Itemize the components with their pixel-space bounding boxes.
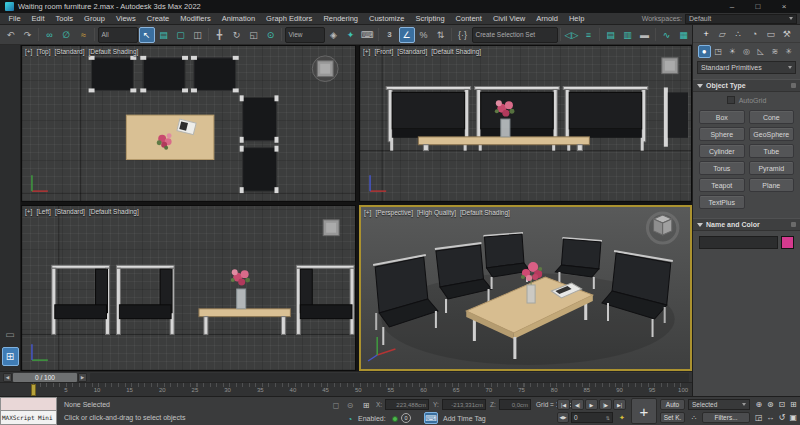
set-key-button[interactable]: Set K.: [660, 412, 685, 423]
viewport-shading-label[interactable]: [Default Shading]: [431, 48, 481, 55]
menu-item[interactable]: Arnold: [531, 14, 564, 23]
menu-item[interactable]: Customize: [363, 14, 409, 23]
orbit-icon[interactable]: ↺: [776, 411, 788, 424]
menu-item[interactable]: Create: [141, 14, 175, 23]
object-type-button[interactable]: Plane: [749, 178, 795, 192]
align-icon[interactable]: ≡: [581, 27, 597, 43]
key-mode-toggle[interactable]: ◀▶: [557, 412, 569, 423]
select-and-rotate-icon[interactable]: ↻: [229, 27, 245, 43]
menu-item[interactable]: Views: [110, 14, 141, 23]
menu-item[interactable]: Graph Editors: [261, 14, 318, 23]
category-systems[interactable]: ✳: [782, 45, 795, 58]
menu-item[interactable]: File: [3, 14, 26, 23]
category-cameras[interactable]: ◎: [740, 45, 753, 58]
select-and-manipulate-icon[interactable]: ✦: [343, 27, 359, 43]
object-type-rollout[interactable]: Object Type: [693, 79, 800, 92]
maximize-viewport-icon[interactable]: ▣: [788, 411, 800, 424]
zero-badge[interactable]: 0: [401, 413, 411, 423]
maximize-button[interactable]: □: [747, 0, 769, 13]
current-frame-field[interactable]: 0 ⇅: [571, 412, 613, 423]
tab-hierarchy[interactable]: ∴: [732, 27, 745, 41]
y-coordinate-field[interactable]: -213,331cm: [442, 399, 486, 410]
viewport-shading-label[interactable]: [Default Shading]: [89, 208, 139, 215]
previous-frame-button[interactable]: ◀|: [571, 399, 584, 410]
object-type-button[interactable]: GeoSphere: [749, 127, 795, 141]
named-selection-sets-icon[interactable]: {·}: [455, 27, 471, 43]
workspace-dropdown[interactable]: Default: [685, 14, 797, 24]
primitives-dropdown[interactable]: Standard Primitives: [697, 61, 796, 74]
viewport-front[interactable]: [+] [Front] [Standard] [Default Shading]: [359, 45, 692, 202]
adaptive-degradation-icon[interactable]: ◔: [344, 413, 356, 425]
absolute-mode-icon[interactable]: ⊞: [360, 399, 372, 411]
tab-motion[interactable]: ◔: [748, 27, 761, 41]
z-coordinate-field[interactable]: 0,0cm: [499, 399, 531, 410]
viewport-menu[interactable]: [+]: [363, 48, 370, 55]
viewport-quality-label[interactable]: [Standard]: [55, 208, 85, 215]
go-to-end-button[interactable]: ▶|: [613, 399, 626, 410]
object-name-field[interactable]: [699, 236, 778, 249]
minimize-button[interactable]: –: [721, 0, 743, 13]
zoom-extents-icon[interactable]: ⊡: [776, 398, 788, 411]
menu-item[interactable]: Rendering: [318, 14, 364, 23]
menu-item[interactable]: Scripting: [410, 14, 450, 23]
layout-tab-2x2[interactable]: ⊞: [2, 347, 19, 366]
scene-explorer-icon[interactable]: ▤: [603, 27, 619, 43]
go-to-start-button[interactable]: |◀: [557, 399, 570, 410]
layout-tab-maximized[interactable]: ▭: [2, 325, 19, 344]
percent-snap-icon[interactable]: %: [416, 27, 432, 43]
category-geometry[interactable]: ●: [698, 45, 711, 58]
category-lights[interactable]: ☀: [726, 45, 739, 58]
selection-filter-dropdown[interactable]: All: [98, 27, 138, 43]
category-helpers[interactable]: ◺: [754, 45, 767, 58]
menu-item[interactable]: Help: [563, 14, 589, 23]
object-color-swatch[interactable]: [781, 236, 794, 249]
select-and-place-icon[interactable]: ⊙: [263, 27, 279, 43]
viewport-shading-label[interactable]: [Default Shading]: [89, 48, 139, 55]
tab-display[interactable]: ▭: [764, 27, 777, 41]
object-type-button[interactable]: TextPlus: [699, 195, 745, 209]
reference-coordinate-dropdown[interactable]: View: [285, 27, 325, 43]
play-button[interactable]: ▶: [585, 399, 598, 410]
tab-utilities[interactable]: ⚒: [780, 27, 793, 41]
keyboard-override-icon[interactable]: ⌨: [360, 27, 376, 43]
close-button[interactable]: ×: [773, 0, 795, 13]
pan-icon[interactable]: ↔: [765, 411, 777, 424]
add-time-tag[interactable]: Add Time Tag: [443, 415, 486, 422]
category-shapes[interactable]: ◳: [712, 45, 725, 58]
curve-editor-icon[interactable]: ∿: [659, 27, 675, 43]
menu-item[interactable]: Edit: [26, 14, 50, 23]
zoom-icon[interactable]: ⊕: [753, 398, 765, 411]
select-and-move-icon[interactable]: ╋: [212, 27, 228, 43]
viewport-view-label[interactable]: [Front]: [374, 48, 393, 55]
object-type-button[interactable]: Teapot: [699, 178, 745, 192]
time-slider-track[interactable]: [90, 373, 689, 382]
viewcube[interactable]: [647, 213, 677, 243]
schematic-view-icon[interactable]: ▦: [676, 27, 692, 43]
macro-recorder-field[interactable]: [0, 397, 57, 411]
viewcube[interactable]: [312, 56, 338, 82]
object-type-button[interactable]: Torus: [699, 161, 745, 175]
snaps-toggle-3d-icon[interactable]: 3: [382, 27, 398, 43]
zoom-extents-all-icon[interactable]: ⊞: [788, 398, 800, 411]
create-selection-set-dropdown[interactable]: Create Selection Set: [472, 27, 558, 43]
select-and-scale-icon[interactable]: ◱: [246, 27, 262, 43]
ribbon-icon[interactable]: ▬: [637, 27, 653, 43]
zoom-region-icon[interactable]: ◲: [753, 411, 765, 424]
viewport-menu[interactable]: [+]: [25, 48, 32, 55]
mirror-icon[interactable]: ◁▷: [564, 27, 580, 43]
viewport-quality-label[interactable]: [Standard]: [397, 48, 427, 55]
category-space-warps[interactable]: ≋: [768, 45, 781, 58]
menu-item[interactable]: Civil View: [487, 14, 530, 23]
viewport-view-label[interactable]: [Top]: [36, 48, 50, 55]
object-type-button[interactable]: Tube: [749, 144, 795, 158]
object-type-button[interactable]: Cylinder: [699, 144, 745, 158]
select-object-icon[interactable]: ↖: [139, 27, 155, 43]
name-and-color-rollout[interactable]: Name and Color: [693, 218, 800, 231]
viewport-quality-label[interactable]: [Standard]: [55, 48, 85, 55]
spinner-snap-icon[interactable]: ⇅: [433, 27, 449, 43]
next-frame-slider-button[interactable]: ▶: [78, 373, 87, 382]
menu-item[interactable]: Tools: [50, 14, 79, 23]
track-bar[interactable]: 5101520253035404550556065707580859095100: [0, 382, 692, 396]
viewcube[interactable]: [662, 58, 678, 74]
viewcube[interactable]: [323, 220, 339, 236]
